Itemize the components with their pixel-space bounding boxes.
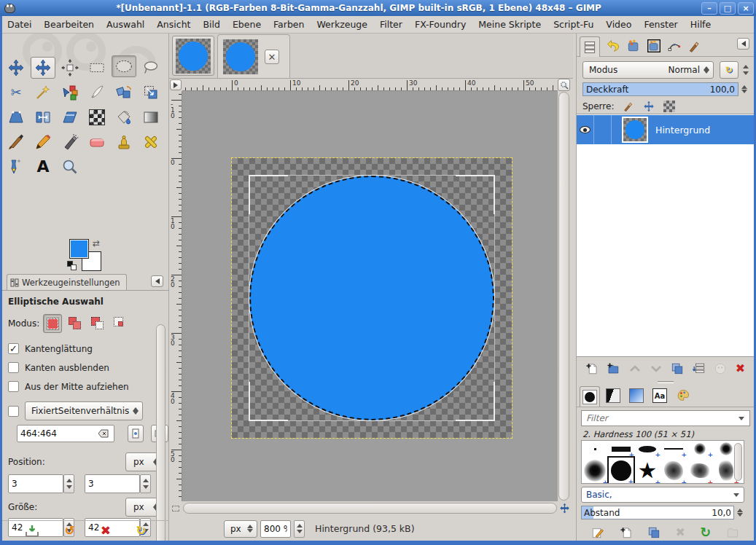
delete-preset-icon[interactable]: ✖ (101, 525, 111, 537)
minimize-button[interactable]: – (701, 2, 717, 15)
scissors-select-tool[interactable]: ✂ (4, 82, 28, 103)
tab-brushes[interactable] (580, 386, 600, 407)
collapse-left-icon[interactable] (151, 275, 163, 287)
delete-brush-icon[interactable]: ✖ (675, 527, 685, 538)
menu-datei[interactable]: Datei (7, 19, 31, 30)
duplicate-brush-icon[interactable] (647, 526, 660, 539)
eraser-tool[interactable] (85, 131, 109, 153)
shear-tool[interactable] (58, 106, 82, 128)
blend-space-icon[interactable]: ↻ (720, 61, 739, 79)
default-colors-icon[interactable] (67, 261, 77, 271)
tab-layers[interactable] (580, 36, 600, 57)
move-tool[interactable] (4, 57, 28, 79)
brush-grid[interactable]: + + + + + + + ★+ + + + (581, 440, 744, 484)
brush-soft-small[interactable]: + (687, 441, 713, 457)
rectangle-select-tool[interactable] (85, 57, 109, 79)
brush-filter-input[interactable] (581, 410, 750, 426)
antialias-checkbox[interactable]: ✓ (8, 343, 19, 354)
new-layer-group-icon[interactable] (607, 362, 620, 375)
tab-tool-presets[interactable] (685, 36, 705, 55)
alignment-tool[interactable] (58, 57, 82, 79)
fixed-combo[interactable]: Fixiert Seitenverhältnis (25, 401, 143, 420)
open-brush-as-image-icon[interactable] (726, 526, 739, 539)
add-mask-icon[interactable] (714, 362, 727, 375)
vertical-scrollbar[interactable] (558, 92, 569, 501)
position-y-input[interactable] (85, 474, 140, 493)
menu-farben[interactable]: Farben (273, 19, 304, 30)
menu-ebene[interactable]: Ebene (233, 19, 261, 30)
brush-pixel[interactable] (582, 441, 608, 457)
move-tool-2[interactable] (31, 57, 55, 79)
delete-layer-icon[interactable]: ✖ (736, 363, 745, 375)
perspective-tool[interactable] (4, 106, 28, 128)
refresh-brushes-icon[interactable]: ↻ (700, 526, 711, 539)
text-tool[interactable]: A (31, 156, 55, 178)
heal-tool[interactable] (139, 131, 163, 153)
mode-add-button[interactable] (66, 314, 85, 333)
edit-brush-icon[interactable] (591, 526, 604, 539)
dock-splitter-handle[interactable] (577, 379, 754, 385)
new-brush-icon[interactable] (620, 526, 633, 539)
brush-block[interactable]: + (608, 441, 634, 457)
bucket-fill-tool[interactable] (112, 106, 136, 128)
menu-script-fu[interactable]: Script-Fu (553, 19, 593, 30)
clear-ratio-icon[interactable] (96, 425, 112, 442)
brush-spacing-slider[interactable]: Abstand 10,0 (581, 506, 734, 519)
menu-werkzeuge[interactable]: Werkzeuge (316, 19, 367, 30)
image-tab-1[interactable] (172, 36, 214, 76)
menu-fenster[interactable]: Fenster (644, 19, 677, 30)
selection-handle-top-left[interactable] (249, 175, 288, 214)
fuzzy-select-tool[interactable] (31, 82, 55, 103)
tab-werkzeugeinstellungen[interactable]: Werkzeugeinstellungen (7, 274, 127, 290)
tab-channels[interactable] (623, 36, 644, 55)
foreground-color-swatch[interactable] (69, 239, 89, 259)
zoom-follow-window-icon[interactable] (558, 79, 570, 91)
antialias-option[interactable]: ✓ Kantenglättung (8, 343, 93, 354)
close-button[interactable]: × (738, 2, 754, 15)
lock-position-icon[interactable] (643, 101, 655, 112)
expand-from-center-checkbox[interactable] (8, 381, 19, 392)
horizontal-scrollbar[interactable] (183, 503, 557, 514)
tab-paths[interactable] (664, 36, 685, 55)
brush-hardness-050[interactable]: + (582, 457, 608, 484)
opacity-slider[interactable]: Deckkraft 100,0 (582, 82, 739, 96)
title-bar[interactable]: *[Unbenannt]-1.1 (RGB-Farben 8-Bit-Gamma… (0, 0, 756, 16)
feather-option[interactable]: Kanten ausblenden (8, 362, 109, 373)
scale-tool[interactable] (139, 82, 163, 103)
swap-colors-icon[interactable]: ⇄ (93, 238, 100, 248)
layer-thumbnail[interactable] (622, 117, 648, 143)
airbrush-tool[interactable] (58, 131, 82, 153)
tab-channels-framed[interactable] (644, 36, 664, 55)
position-x-spinner[interactable] (63, 474, 74, 493)
save-preset-icon[interactable] (25, 525, 39, 538)
quick-mask-toggle-icon[interactable] (170, 503, 182, 514)
layer-mode-combo[interactable]: Modus Normal (582, 61, 714, 79)
layer-row-hintergrund[interactable]: Hintergrund (577, 115, 754, 144)
cage-transform-tool[interactable] (85, 106, 109, 128)
position-y-spinner[interactable] (140, 474, 151, 493)
zoom-level-spinner[interactable] (294, 520, 305, 538)
restore-preset-icon[interactable]: ↺ (65, 525, 75, 537)
status-unit-spinner[interactable] (244, 522, 255, 536)
close-tab-icon[interactable]: ✕ (265, 50, 279, 64)
selection-handle-bottom-left[interactable] (249, 382, 288, 421)
zoom-tool[interactable] (58, 156, 82, 178)
navigation-icon[interactable] (558, 503, 571, 514)
paths-tool[interactable] (85, 82, 109, 103)
feather-checkbox[interactable] (8, 362, 19, 373)
ink-tool[interactable] (4, 156, 28, 178)
free-select-tool[interactable] (139, 57, 163, 79)
menu-hilfe[interactable]: Hilfe (690, 19, 711, 30)
rotate-tool[interactable] (112, 82, 136, 103)
brush-line[interactable]: + (660, 441, 687, 457)
brush-hardness-100-selected[interactable]: + (609, 458, 634, 484)
ellipse-selection-marching-ants[interactable] (249, 176, 494, 420)
new-layer-icon[interactable] (585, 362, 599, 375)
brush-grid-scrollbar[interactable] (734, 443, 742, 481)
brush-ellipse[interactable]: + (634, 441, 660, 457)
layer-mode-spinner[interactable] (701, 63, 712, 77)
zoom-level-input[interactable] (260, 520, 291, 538)
tab-palettes[interactable] (673, 386, 693, 405)
menu-video[interactable]: Video (606, 19, 631, 30)
status-unit-combo[interactable]: px (224, 520, 257, 538)
